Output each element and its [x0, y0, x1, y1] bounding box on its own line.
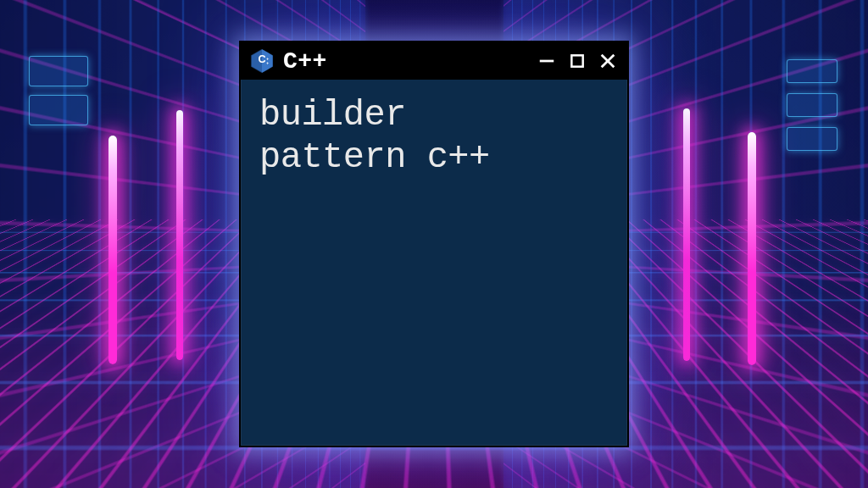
window-controls [536, 50, 619, 72]
svg-text:C: C [258, 53, 265, 65]
terminal-text: builder pattern c++ [259, 95, 609, 179]
svg-rect-6 [571, 55, 582, 66]
decorative-panel [787, 59, 837, 83]
svg-text:+: + [266, 61, 269, 65]
decorative-panel [29, 95, 88, 125]
neon-pillar [683, 108, 690, 361]
titlebar[interactable]: C + + C++ [241, 42, 627, 80]
neon-pillar [748, 132, 756, 365]
decorative-panel [787, 127, 837, 151]
neon-pillar [108, 136, 117, 364]
svg-text:+: + [266, 57, 269, 61]
window-title: C++ [283, 48, 327, 75]
maximize-button[interactable] [566, 50, 588, 72]
decorative-panel [29, 56, 88, 86]
decorative-panel [787, 93, 837, 117]
minimize-button[interactable] [536, 50, 558, 72]
terminal-content[interactable]: builder pattern c++ [241, 80, 627, 194]
cpp-logo-icon: C + + [249, 48, 275, 74]
neon-pillar [176, 110, 183, 360]
close-button[interactable] [597, 50, 619, 72]
terminal-window: C + + C++ builder pattern c++ [239, 41, 629, 447]
